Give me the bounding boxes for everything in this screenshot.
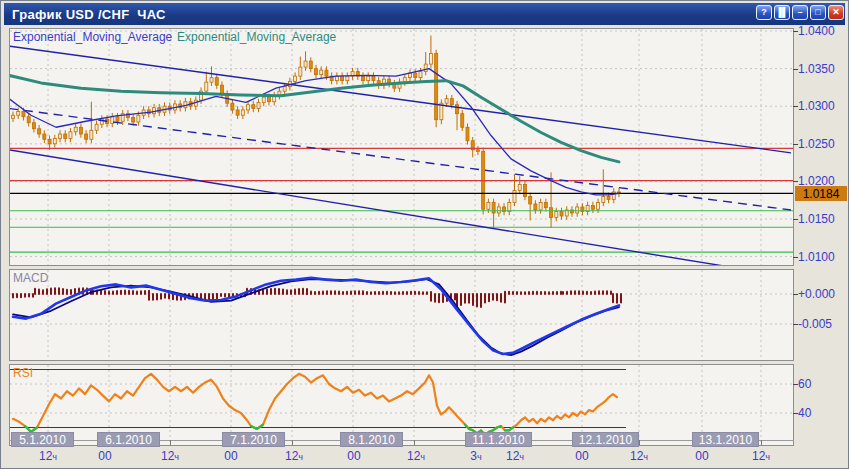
price-axis-label: 1.0400 [798,24,835,38]
time-label: 12ч [161,449,179,463]
time-label: 12ч [285,449,303,463]
time-axis-tick [761,440,762,445]
time-label: 00 [224,449,237,463]
axis-tick [793,106,798,107]
date-label[interactable]: 11.1.2010 [465,432,532,447]
rsi-axis-label: 40 [798,406,811,420]
time-label: 00 [695,449,708,463]
time-axis-tick [639,440,640,445]
macd-axis-label: +0.000 [798,287,835,301]
time-label: 3ч [470,449,481,463]
ema-fast-label: Exponential_Moving_Average [13,30,172,44]
axis-tick [793,294,798,295]
price-axis-label: 1.0350 [798,62,835,76]
title-bar[interactable]: График USD /CHF ЧАС [4,3,845,25]
current-price-tag: 1.0184 [795,186,847,201]
price-chart-panel[interactable] [9,28,794,266]
time-label: 12ч [506,449,524,463]
window-controls: ? ▐▌ – □ ✕ [756,5,844,20]
date-label[interactable]: 5.1.2010 [11,432,74,447]
date-label[interactable]: 7.1.2010 [222,432,285,447]
chart-window: График USD /CHF ЧАС ? ▐▌ – □ ✕ Exponenti… [0,0,849,469]
maximize-button[interactable]: □ [810,5,826,20]
time-axis-tick [170,440,171,445]
axis-tick [793,219,798,220]
price-chart-canvas[interactable] [10,29,793,265]
pause-button[interactable]: ▐▌ [774,5,790,20]
time-label: 12ч [407,449,425,463]
window-title: График USD /CHF ЧАС [4,7,166,22]
axis-tick [793,324,798,325]
date-label[interactable]: 12.1.2010 [572,432,639,447]
axis-tick [793,31,798,32]
ema-slow-label: Exponential_Moving_Average [177,30,336,44]
minimize-button[interactable]: – [792,5,808,20]
date-label[interactable]: 8.1.2010 [340,432,403,447]
price-axis-label: 1.0250 [798,137,835,151]
time-label: 12ч [752,449,770,463]
axis-tick [793,384,798,385]
axis-tick [793,69,798,70]
date-label[interactable]: 6.1.2010 [97,432,160,447]
macd-axis-label: -0.005 [798,317,832,331]
price-axis-label: 1.0300 [798,99,835,113]
time-axis-tick [414,440,415,445]
axis-tick [793,257,798,258]
macd-label: MACD [13,271,48,285]
axis-tick [793,181,798,182]
axis-tick [793,413,798,414]
macd-panel[interactable] [9,269,794,361]
time-label: 00 [575,449,588,463]
axis-tick [793,144,798,145]
time-label: 12ч [630,449,648,463]
date-label[interactable]: 13.1.2010 [692,432,759,447]
help-button[interactable]: ? [756,5,772,20]
rsi-axis-label: 60 [798,377,811,391]
time-axis-tick [292,440,293,445]
price-axis-label: 1.0150 [798,212,835,226]
time-label: 00 [347,449,360,463]
close-button[interactable]: ✕ [828,5,844,20]
macd-canvas[interactable] [10,270,793,360]
time-label: 00 [98,449,111,463]
time-label: 12ч [39,449,57,463]
rsi-label: RSI [13,366,33,380]
price-axis-label: 1.0100 [798,250,835,264]
